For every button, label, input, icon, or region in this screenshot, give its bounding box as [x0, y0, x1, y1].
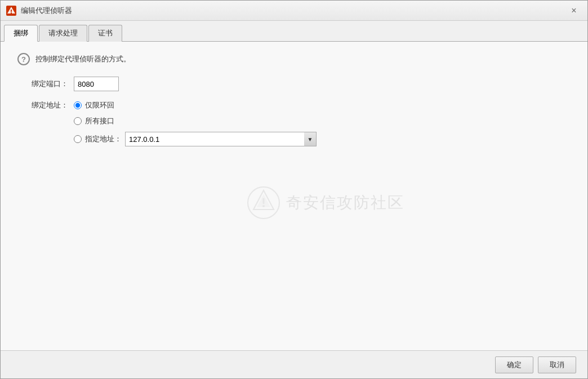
watermark-text: 奇安信攻防社区	[286, 192, 404, 213]
radio-all-row: 所有接口	[74, 116, 317, 126]
svg-marker-5	[253, 190, 274, 209]
tab-cert[interactable]: 证书	[88, 25, 122, 42]
svg-point-4	[248, 187, 279, 219]
port-row: 绑定端口：	[17, 77, 571, 91]
info-text: 控制绑定代理侦听器的方式。	[35, 53, 131, 64]
cancel-button[interactable]: 取消	[538, 356, 576, 373]
tab-request[interactable]: 请求处理	[39, 25, 87, 42]
svg-point-8	[262, 205, 265, 207]
radio-specified-label: 指定地址：	[85, 134, 122, 144]
port-input[interactable]	[74, 77, 119, 91]
radio-loopback[interactable]	[74, 101, 82, 109]
radio-loopback-label: 仅限环回	[85, 100, 114, 110]
watermark-logo-icon	[247, 186, 280, 220]
content-area: ? 控制绑定代理侦听器的方式。 绑定端口： 绑定地址： 仅限环回 所有接口	[1, 42, 587, 350]
info-icon: ?	[17, 53, 30, 65]
radio-specified-row: 指定地址： 127.0.0.1 ▼	[74, 132, 317, 146]
ok-button[interactable]: 确定	[495, 356, 533, 373]
radio-group: 仅限环回 所有接口 指定地址： 127.0.0.1	[74, 100, 317, 146]
radio-all-interfaces[interactable]	[74, 117, 82, 125]
svg-marker-6	[257, 194, 270, 207]
title-bar: 编辑代理侦听器 ×	[1, 1, 587, 21]
address-select-wrapper: 127.0.0.1 ▼	[125, 132, 317, 146]
port-label: 绑定端口：	[23, 79, 68, 89]
radio-specified[interactable]	[74, 135, 82, 143]
svg-rect-3	[11, 12, 12, 14]
address-label: 绑定地址：	[23, 100, 68, 110]
window-title: 编辑代理侦听器	[21, 6, 566, 16]
info-row: ? 控制绑定代理侦听器的方式。	[17, 53, 571, 65]
radio-loopback-row: 仅限环回	[74, 100, 317, 110]
tab-bar: 捆绑 请求处理 证书	[1, 21, 587, 42]
watermark: 奇安信攻防社区	[247, 186, 404, 220]
close-button[interactable]: ×	[566, 4, 582, 17]
address-select[interactable]: 127.0.0.1	[125, 132, 317, 146]
app-icon	[6, 6, 16, 16]
tab-bind[interactable]: 捆绑	[4, 25, 38, 42]
bottom-bar: 确定 取消	[1, 350, 587, 378]
svg-rect-2	[11, 10, 12, 12]
bind-address-row: 绑定地址： 仅限环回 所有接口 指定地址：	[17, 100, 571, 146]
radio-all-label: 所有接口	[85, 116, 114, 126]
main-window: 编辑代理侦听器 × 捆绑 请求处理 证书 ? 控制绑定代理侦听器的方式。 绑定端…	[0, 0, 588, 379]
